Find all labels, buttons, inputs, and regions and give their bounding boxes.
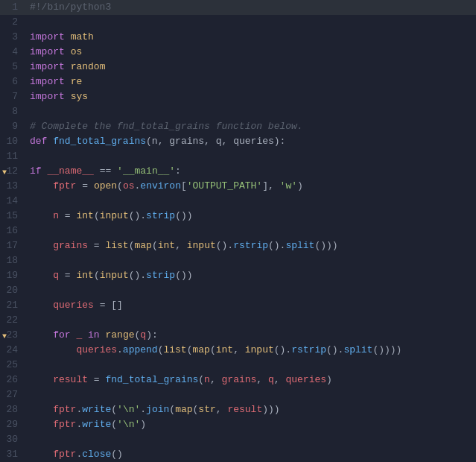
code-line-28: 28 fptr.write('\n'.join(map(str, result)… (0, 402, 476, 417)
line-number-10: 10 (0, 134, 24, 149)
line-content-19: q = int(input().strip()) (24, 268, 476, 283)
line-content-3: import math (24, 30, 476, 45)
line-number-26: 26 (0, 373, 24, 387)
line-number-1: 1 (0, 0, 24, 15)
code-line-1: 1 #!/bin/python3 (0, 0, 476, 15)
line-number-11: 11 (0, 149, 24, 164)
line-content-18 (24, 253, 476, 268)
line-content-14 (24, 194, 476, 209)
line-content-8 (24, 104, 476, 119)
code-line-27: 27 (0, 387, 476, 402)
code-line-26: 26 result = fnd_total_grains(n, grains, … (0, 373, 476, 387)
line-content-20 (24, 283, 476, 298)
line-content-28: fptr.write('\n'.join(map(str, result))) (24, 402, 476, 417)
code-line-10: 10 def fnd_total_grains(n, grains, q, qu… (0, 134, 476, 149)
code-line-3: 3 import math (0, 30, 476, 45)
line-number-24: 24 (0, 343, 24, 358)
line-content-13: fptr = open(os.environ['OUTPUT_PATH'], '… (24, 179, 476, 194)
code-line-9: 9 # Complete the fnd_total_grains functi… (0, 119, 476, 134)
line-content-29: fptr.write('\n') (24, 417, 476, 432)
code-line-11: 11 (0, 149, 476, 164)
code-line-13: 13 fptr = open(os.environ['OUTPUT_PATH']… (0, 179, 476, 194)
line-content-15: n = int(input().strip()) (24, 209, 476, 224)
code-line-16: 16 (0, 224, 476, 238)
line-number-16: 16 (0, 224, 24, 238)
code-line-23: ▼ 23 for _ in range(q): (0, 328, 476, 343)
line-number-29: 29 (0, 417, 24, 432)
line-content-16 (24, 224, 476, 238)
code-line-19: 19 q = int(input().strip()) (0, 268, 476, 283)
code-line-24: 24 queries.append(list(map(int, input().… (0, 343, 476, 358)
code-line-8: 8 (0, 104, 476, 119)
line-content-30 (24, 432, 476, 447)
line-content-6: import re (24, 75, 476, 89)
code-editor: 1 #!/bin/python3 2 3 import math 4 impor… (0, 0, 476, 462)
line-number-19: 19 (0, 268, 24, 283)
code-line-6: 6 import re (0, 75, 476, 89)
fold-arrow-12: ▼ (2, 165, 10, 180)
code-line-5: 5 import random (0, 60, 476, 75)
line-number-22: 22 (0, 313, 24, 328)
code-line-7: 7 import sys (0, 89, 476, 104)
line-number-25: 25 (0, 358, 24, 373)
code-line-25: 25 (0, 358, 476, 373)
line-content-10: def fnd_total_grains(n, grains, q, queri… (24, 134, 476, 149)
line-number-3: 3 (0, 30, 24, 45)
line-content-26: result = fnd_total_grains(n, grains, q, … (24, 373, 476, 387)
line-content-9: # Complete the fnd_total_grains function… (24, 119, 476, 134)
line-number-17: 17 (0, 238, 24, 253)
line-content-31: fptr.close() (24, 447, 476, 462)
line-number-6: 6 (0, 75, 24, 89)
code-line-30: 30 (0, 432, 476, 447)
line-number-13: 13 (0, 179, 24, 194)
line-content-21: queries = [] (24, 298, 476, 313)
code-line-4: 4 import os (0, 45, 476, 60)
line-content-11 (24, 149, 476, 164)
line-number-2: 2 (0, 15, 24, 30)
fold-arrow-23: ▼ (2, 329, 10, 344)
code-line-22: 22 (0, 313, 476, 328)
line-number-9: 9 (0, 119, 24, 134)
line-number-7: 7 (0, 89, 24, 104)
code-line-17: 17 grains = list(map(int, input().rstrip… (0, 238, 476, 253)
line-content-7: import sys (24, 89, 476, 104)
code-line-14: 14 (0, 194, 476, 209)
line-number-30: 30 (0, 432, 24, 447)
code-line-15: 15 n = int(input().strip()) (0, 209, 476, 224)
line-content-17: grains = list(map(int, input().rstrip().… (24, 238, 476, 253)
line-content-12: if __name__ == '__main__': (24, 164, 476, 179)
line-number-21: 21 (0, 298, 24, 313)
code-line-20: 20 (0, 283, 476, 298)
code-line-12: ▼ 12 if __name__ == '__main__': (0, 164, 476, 179)
line-content-27 (24, 387, 476, 402)
code-line-31: 31 fptr.close() (0, 447, 476, 462)
line-number-18: 18 (0, 253, 24, 268)
code-line-21: 21 queries = [] (0, 298, 476, 313)
line-content-24: queries.append(list(map(int, input().rst… (24, 343, 476, 358)
line-number-14: 14 (0, 194, 24, 209)
line-content-1: #!/bin/python3 (24, 0, 476, 15)
line-content-4: import os (24, 45, 476, 60)
line-content-25 (24, 358, 476, 373)
line-content-22 (24, 313, 476, 328)
code-line-29: 29 fptr.write('\n') (0, 417, 476, 432)
line-number-20: 20 (0, 283, 24, 298)
code-line-18: 18 (0, 253, 476, 268)
line-number-5: 5 (0, 60, 24, 75)
line-number-27: 27 (0, 387, 24, 402)
line-content-5: import random (24, 60, 476, 75)
line-content-2 (24, 15, 476, 30)
code-line-2: 2 (0, 15, 476, 30)
line-number-28: 28 (0, 402, 24, 417)
line-content-23: for _ in range(q): (24, 328, 476, 343)
line-number-31: 31 (0, 447, 24, 462)
line-number-15: 15 (0, 209, 24, 224)
line-number-8: 8 (0, 104, 24, 119)
line-number-4: 4 (0, 45, 24, 60)
